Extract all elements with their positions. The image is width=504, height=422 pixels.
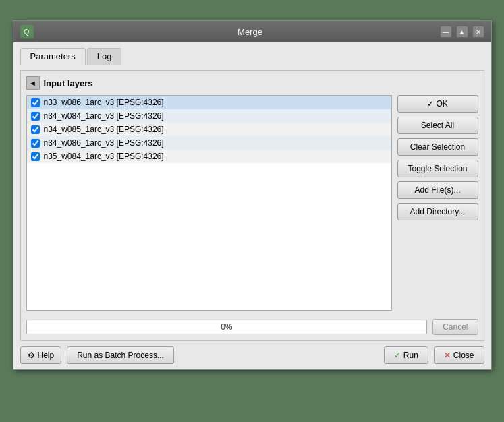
- toggle-selection-button[interactable]: Toggle Selection: [397, 160, 478, 177]
- progress-area: 0% Cancel: [26, 319, 478, 335]
- help-label: Help: [38, 351, 55, 360]
- window-controls: — ▲ ✕: [440, 26, 484, 38]
- list-item-checkbox[interactable]: [31, 152, 40, 161]
- run-label: Run: [403, 351, 418, 360]
- list-item[interactable]: n34_w086_1arc_v3 [EPSG:4326]: [27, 136, 391, 150]
- list-item[interactable]: n35_w084_1arc_v3 [EPSG:4326]: [27, 150, 391, 163]
- list-item[interactable]: n33_w086_1arc_v3 [EPSG:4326]: [27, 96, 391, 109]
- app-icon: Q: [20, 25, 34, 38]
- help-icon: ⚙: [28, 351, 35, 360]
- list-item-checkbox[interactable]: [31, 112, 40, 121]
- tab-parameters[interactable]: Parameters: [20, 48, 86, 65]
- bottom-bar: ⚙ Help Run as Batch Process... ✓ Run ✕ C…: [20, 346, 484, 364]
- tab-log[interactable]: Log: [87, 48, 122, 65]
- list-item-label: n35_w084_1arc_v3 [EPSG:4326]: [44, 152, 164, 161]
- cancel-button[interactable]: Cancel: [432, 319, 478, 335]
- list-item[interactable]: n34_w085_1arc_v3 [EPSG:4326]: [27, 123, 391, 136]
- close-icon: ✕: [444, 351, 451, 360]
- section-label: Input layers: [44, 78, 93, 88]
- merge-dialog: Q Merge — ▲ ✕ Parameters Log ◄ Input lay…: [13, 20, 492, 370]
- run-icon: ✓: [394, 351, 401, 360]
- list-item-label: n34_w086_1arc_v3 [EPSG:4326]: [44, 138, 164, 148]
- progress-label: 0%: [221, 322, 232, 332]
- bottom-right-actions: ✓ Run ✕ Close: [384, 346, 484, 364]
- list-item-checkbox[interactable]: [31, 139, 40, 148]
- list-item-label: n34_w085_1arc_v3 [EPSG:4326]: [44, 125, 164, 134]
- action-buttons: ✓ OK Select All Clear Selection Toggle S…: [397, 95, 478, 311]
- parameters-panel: ◄ Input layers n33_w086_1arc_v3 [EPSG:43…: [20, 70, 484, 341]
- content-area: n33_w086_1arc_v3 [EPSG:4326]n34_w084_1ar…: [26, 95, 478, 311]
- select-all-button[interactable]: Select All: [397, 117, 478, 134]
- ok-button[interactable]: ✓ OK: [397, 95, 478, 113]
- clear-selection-button[interactable]: Clear Selection: [397, 138, 478, 156]
- close-label: Close: [453, 351, 474, 360]
- titlebar: Q Merge — ▲ ✕: [13, 21, 491, 42]
- help-button[interactable]: ⚙ Help: [20, 346, 62, 364]
- dialog-title: Merge: [61, 27, 440, 37]
- section-header: ◄ Input layers: [26, 76, 478, 90]
- list-item-checkbox[interactable]: [31, 98, 40, 107]
- list-item[interactable]: n34_w084_1arc_v3 [EPSG:4326]: [27, 109, 391, 123]
- list-item-label: n33_w086_1arc_v3 [EPSG:4326]: [44, 98, 164, 107]
- run-as-batch-button[interactable]: Run as Batch Process...: [67, 346, 174, 364]
- dialog-body: Parameters Log ◄ Input layers n33_w086_1…: [13, 42, 491, 369]
- add-directory-button[interactable]: Add Directory...: [397, 203, 478, 220]
- close-button[interactable]: ✕: [472, 26, 484, 38]
- back-arrow[interactable]: ◄: [26, 76, 40, 90]
- run-button[interactable]: ✓ Run: [384, 346, 428, 364]
- input-layers-list[interactable]: n33_w086_1arc_v3 [EPSG:4326]n34_w084_1ar…: [26, 95, 392, 311]
- list-item-label: n34_w084_1arc_v3 [EPSG:4326]: [44, 111, 164, 121]
- list-item-checkbox[interactable]: [31, 125, 40, 134]
- tab-bar: Parameters Log: [20, 48, 484, 65]
- progress-bar-container: 0%: [26, 320, 428, 334]
- maximize-button[interactable]: ▲: [456, 26, 468, 38]
- close-button-bottom[interactable]: ✕ Close: [434, 346, 484, 364]
- bottom-left-actions: ⚙ Help Run as Batch Process...: [20, 346, 174, 364]
- minimize-button[interactable]: —: [440, 26, 452, 38]
- add-files-button[interactable]: Add File(s)...: [397, 181, 478, 199]
